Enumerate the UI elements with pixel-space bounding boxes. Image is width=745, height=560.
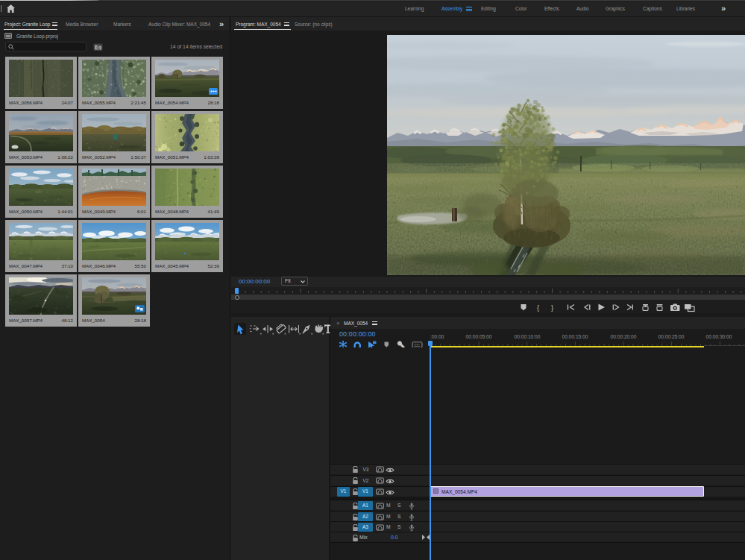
svg-text:{: {	[537, 304, 539, 312]
svg-text:}: }	[551, 304, 553, 312]
svg-text:CC: CC	[414, 343, 420, 347]
